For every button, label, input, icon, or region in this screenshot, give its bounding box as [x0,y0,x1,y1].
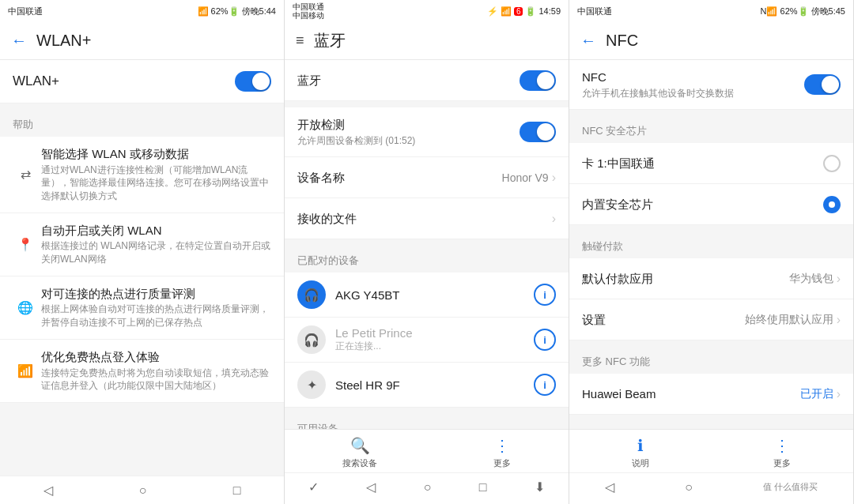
nfc-huawei-beam-row[interactable]: Huawei Beam 已开启 › [569,374,853,415]
hotspot-icon: 📶 [13,363,38,378]
status-bar-nfc: 中国联通 N📶 62%🔋 傍晚5:45 [569,0,853,22]
nfc-scroll: NFC 允许手机在接触其他设备时交换数据 NFC 安全芯片 卡 1:中国联通 内… [569,60,853,429]
wlan-main-section: WLAN+ [0,60,284,103]
bt-icon: ⚡ [487,6,498,17]
nfc-settings-value: 始终使用默认应用 [745,313,833,327]
nav-bar-bt: ✓ ◁ ○ □ ⬇ [285,472,569,501]
bt-device-akg[interactable]: 🎧 AKG Y45BT i [285,273,569,318]
wlan-toggle-row: WLAN+ [0,60,284,103]
hamburger-menu[interactable]: ≡ [296,32,304,49]
bt-more-btn[interactable]: ⋮ 更多 [493,436,511,469]
wlan-toggle-label: WLAN+ [13,73,235,89]
nfc-more-btn[interactable]: ⋮ 更多 [773,436,791,469]
auto-wlan-title: 自动开启或关闭 WLAN [41,223,271,239]
nav-home-bt[interactable]: ○ [424,480,432,495]
akg-info-button[interactable]: i [534,284,556,306]
nav-down-bt[interactable]: ⬇ [535,480,545,495]
status-bar-bt: 中国联通 中国移动 ⚡ 📶 6 🔋 14:59 [285,0,569,22]
nav-back-bt[interactable]: ◁ [366,480,376,495]
hotspot-content: 优化免费热点登入体验 连接特定免费热点时将为您自动读取短信，填充动态验证信息并登… [41,349,271,393]
bt-toggle-section: 蓝牙 [285,60,569,101]
nav-recent-bt[interactable]: □ [479,480,487,495]
nav-check-bt[interactable]: ✓ [308,480,319,495]
available-section-header: 可用设备 [285,414,569,429]
wlan-item-smart[interactable]: ⇄ 智能选择 WLAN 或移动数据 通过对WLAN进行连接性检测（可能增加WLA… [0,137,284,213]
nav-bar-wlan: ◁ ○ □ [0,476,284,504]
bt-received-files-label: 接收的文件 [297,211,552,227]
nfc-settings-row[interactable]: 设置 始终使用默认应用 › [569,299,853,340]
nfc-builtin-radio[interactable] [823,196,841,213]
wlan-item-hotspot[interactable]: 📶 优化免费热点登入体验 连接特定免费热点时将为您自动读取短信，填充动态验证信息… [0,340,284,403]
petit-prince-info-button[interactable]: i [534,329,556,351]
nav-back-wlan[interactable]: ◁ [43,483,53,498]
signal-icon: 📶 [198,6,209,17]
nfc-settings-label: 设置 [582,312,745,328]
bt-search-icon: 🔍 [350,436,370,455]
hotspot-subtitle: 连接特定免费热点时将为您自动读取短信，填充动态验证信息并登入（此功能仅限中国大陆… [41,367,271,393]
nav-back-nfc[interactable]: ◁ [605,480,614,495]
chevron-device-name: › [552,171,556,185]
nfc-chip-section: 卡 1:中国联通 内置安全芯片 [569,143,853,225]
steel-info-button[interactable]: i [534,374,556,396]
wlan-item-quality[interactable]: 🌐 对可连接的热点进行质量评测 根据上网体验自动对可连接的热点进行网络质量评测，… [0,276,284,340]
bt-received-files-row[interactable]: 接收的文件 › [285,198,569,239]
nfc-info-label: 说明 [632,457,649,469]
wlan-help-section: ⇄ 智能选择 WLAN 或移动数据 通过对WLAN进行连接性检测（可能增加WLA… [0,137,284,403]
bt-bottom-nav: 🔍 搜索设备 ⋮ 更多 ✓ ◁ ○ □ ⬇ [285,429,569,504]
nav-recent-wlan[interactable]: □ [233,483,241,498]
time-nfc: 傍晚5:45 [811,6,845,17]
carrier1-bt: 中国联通 [293,2,324,11]
bt-more-label: 更多 [493,457,511,469]
nav-home-nfc[interactable]: ○ [685,480,693,495]
bt-device-petit-prince[interactable]: 🎧 Le Petit Prince 正在连接... i [285,318,569,363]
nfc-payment-section: 默认付款应用 华为钱包 › 设置 始终使用默认应用 › [569,258,853,340]
battery-icon: 62%🔋 [211,6,240,17]
nav-brand-nfc: 值 什么值得买 [763,481,818,493]
bt-device-name-row[interactable]: 设备名称 Honor V9 › [285,157,569,198]
signal-bt: 📶 [501,6,512,17]
carrier-wlan: 中国联通 [8,6,43,17]
hotspot-title: 优化免费热点登入体验 [41,349,271,365]
nfc-info-btn[interactable]: ℹ 说明 [632,436,649,469]
bt-device-steel[interactable]: ✦ Steel HR 9F i [285,363,569,408]
bt-open-detect-toggle[interactable] [520,122,556,142]
bt-device-name-label: 设备名称 [297,170,502,186]
nfc-card1-label: 卡 1:中国联通 [582,156,823,171]
bt-search-label: 搜索设备 [342,457,377,469]
nfc-main-section: NFC 允许手机在接触其他设备时交换数据 [569,60,853,110]
nfc-default-pay-row[interactable]: 默认付款应用 华为钱包 › [569,258,853,299]
auto-wlan-content: 自动开启或关闭 WLAN 根据连接过的 WLAN网络记录，在特定位置自动开启或关… [41,223,271,266]
smart-select-title: 智能选择 WLAN 或移动数据 [41,146,271,162]
nav-home-wlan[interactable]: ○ [139,483,147,498]
petit-prince-name: Le Petit Prince [335,326,534,340]
wlan-item-auto[interactable]: 📍 自动开启或关闭 WLAN 根据连接过的 WLAN网络记录，在特定位置自动开启… [0,213,284,276]
bt-toggle-row: 蓝牙 [285,60,569,101]
nfc-huawei-beam-label: Huawei Beam [582,386,800,402]
back-button-wlan[interactable]: ← [11,32,27,50]
nfc-card1-radio[interactable] [823,155,841,172]
nfc-info-icon: ℹ [637,436,644,455]
akg-name: AKG Y45BT [335,288,534,302]
panel-wlan: 中国联通 📶 62%🔋 傍晚5:44 ← WLAN+ WLAN+ 帮助 ⇄ 智能… [0,0,285,504]
auto-wlan-icon: 📍 [13,237,38,252]
bt-toggle[interactable] [520,70,556,91]
nfc-toggle[interactable] [804,74,841,95]
bt-search-btn[interactable]: 🔍 搜索设备 [342,436,377,469]
top-bar-bt: ≡ 蓝牙 [285,22,569,60]
nfc-default-pay-value: 华为钱包 [789,272,833,286]
nfc-more-icon: ⋮ [774,436,790,455]
time-wlan: 傍晚5:44 [242,6,276,17]
smart-select-content: 智能选择 WLAN 或移动数据 通过对WLAN进行连接性检测（可能增加WLAN流… [41,146,271,203]
chevron-received: › [552,212,556,226]
petit-prince-icon: 🎧 [297,325,326,354]
bt-open-detect-section: 开放检测 允许周围设备检测到 (01:52) 设备名称 Honor V9 › 接… [285,107,569,239]
paired-devices-section: 🎧 AKG Y45BT i 🎧 Le Petit Prince 正在连接... … [285,273,569,408]
back-button-nfc[interactable]: ← [580,32,596,50]
panel-nfc: 中国联通 N📶 62%🔋 傍晚5:45 ← NFC NFC 允许手机在接触其他设… [569,0,854,504]
bt-scroll: 蓝牙 开放检测 允许周围设备检测到 (01:52) 设备名称 Honor V9 … [285,60,569,429]
nfc-builtin-chip-row[interactable]: 内置安全芯片 [569,184,853,225]
bt-open-detect-row: 开放检测 允许周围设备检测到 (01:52) [285,107,569,157]
top-bar-wlan: ← WLAN+ [0,22,284,60]
wlan-toggle[interactable] [235,71,271,92]
nfc-card1-row[interactable]: 卡 1:中国联通 [569,143,853,184]
